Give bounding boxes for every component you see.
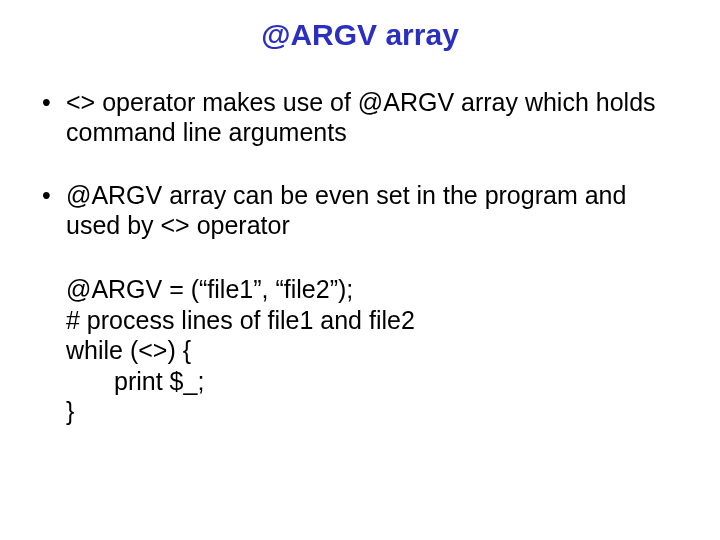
- bullet-list: <> operator makes use of @ARGV array whi…: [36, 88, 680, 240]
- slide-title: @ARGV array: [0, 18, 720, 52]
- code-line: @ARGV = (“file1”, “file2”);: [66, 274, 680, 305]
- code-block: @ARGV = (“file1”, “file2”); # process li…: [36, 274, 680, 427]
- slide: @ARGV array <> operator makes use of @AR…: [0, 0, 720, 540]
- code-line: print $_;: [66, 366, 680, 397]
- code-line: # process lines of file1 and file2: [66, 305, 680, 336]
- code-line: }: [66, 396, 680, 427]
- code-line: while (<>) {: [66, 335, 680, 366]
- slide-content: <> operator makes use of @ARGV array whi…: [36, 88, 680, 427]
- bullet-item: @ARGV array can be even set in the progr…: [36, 181, 680, 240]
- bullet-item: <> operator makes use of @ARGV array whi…: [36, 88, 680, 147]
